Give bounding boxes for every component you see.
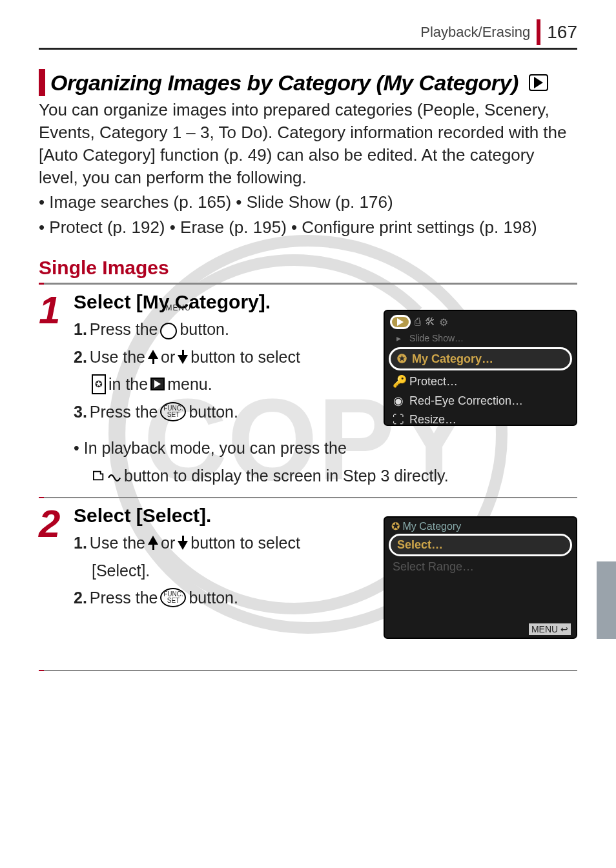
step1-note-line2: button to display the screen in Step 3 d… (74, 462, 577, 490)
text: • In playback mode, you can press the (74, 434, 347, 462)
text: Use the (90, 343, 145, 371)
step-2: 2 Select [Select]. 1. Use the or button … (39, 505, 577, 612)
print-share-button-icon (92, 470, 121, 481)
step1-substep2: 2. Use the or button to select (74, 343, 577, 371)
step-1: 1 Select [My Category]. 1. Press the MEN… (39, 291, 577, 489)
step1-substep3: 3. Press the FUNC. SET button. (74, 398, 577, 426)
step1-substep1: 1. Press the MENU button. (74, 316, 577, 343)
text: button. (189, 398, 238, 426)
step2-heading: Select [Select]. (74, 505, 577, 527)
step1-substep2b: ✪ in the menu. (74, 370, 577, 398)
step2-substep2: 2. Press the FUNC. SET button. (74, 584, 577, 612)
step-separator (39, 497, 577, 498)
substep-num: 2. (74, 584, 87, 612)
up-arrow-icon (148, 536, 158, 550)
text: button. (189, 584, 238, 612)
section-rule (39, 283, 577, 285)
step1-heading: Select [My Category]. (74, 291, 577, 313)
text: or (161, 343, 175, 371)
title-accent-bar (39, 69, 45, 96)
page-number: 167 (547, 22, 577, 43)
text: Press the (90, 316, 158, 343)
text: Use the (90, 529, 145, 557)
substep-num: 3. (74, 398, 87, 426)
menu-button-icon (160, 323, 177, 339)
playback-mode-icon (529, 74, 548, 91)
step-number-2: 2 (39, 505, 71, 612)
func-bot: SET (167, 598, 180, 604)
substep-num: 2. (74, 343, 87, 371)
func-bot: SET (167, 412, 180, 418)
header-rule (39, 48, 577, 50)
text: Press the (90, 584, 158, 612)
play-menu-icon (150, 378, 165, 390)
func-set-button-icon: FUNC. SET (160, 588, 186, 607)
step-separator-end (39, 670, 577, 671)
text: button to select (190, 529, 300, 557)
up-arrow-icon (148, 350, 158, 364)
menu-caption: MENU (165, 301, 190, 314)
text: button to select (190, 343, 300, 371)
step2-substep1b: [Select]. (74, 557, 577, 585)
text: button to display the screen in Step 3 d… (124, 462, 449, 490)
down-arrow-icon (178, 536, 188, 550)
text: in the (108, 370, 148, 398)
down-arrow-icon (178, 350, 188, 364)
category-menu-icon: ✪ (92, 374, 106, 395)
func-set-button-icon: FUNC. SET (160, 402, 186, 421)
page-header: Playback/Erasing 167 (39, 19, 577, 45)
text: [Select]. (92, 557, 150, 585)
page-title: Organizing Images by Category (My Catego… (50, 70, 518, 96)
section-label: Playback/Erasing (420, 24, 530, 41)
feature-bullets-line2: • Protect (p. 192) • Erase (p. 195) • Co… (39, 216, 577, 239)
intro-paragraph: You can organize images into prepared ca… (39, 99, 577, 189)
text: or (161, 529, 175, 557)
substep-num: 1. (74, 316, 87, 343)
step1-note-line1: • In playback mode, you can press the (74, 434, 577, 462)
header-divider (537, 19, 540, 45)
step-number-1: 1 (39, 291, 71, 489)
step2-substep1: 1. Use the or button to select (74, 529, 577, 557)
text: button. (180, 316, 229, 343)
text: Press the (90, 398, 158, 426)
substep-num: 1. (74, 529, 87, 557)
feature-bullets-line1: • Image searches (p. 165) • Slide Show (… (39, 190, 577, 214)
text: menu. (167, 370, 212, 398)
section-heading: Single Images (39, 257, 577, 279)
